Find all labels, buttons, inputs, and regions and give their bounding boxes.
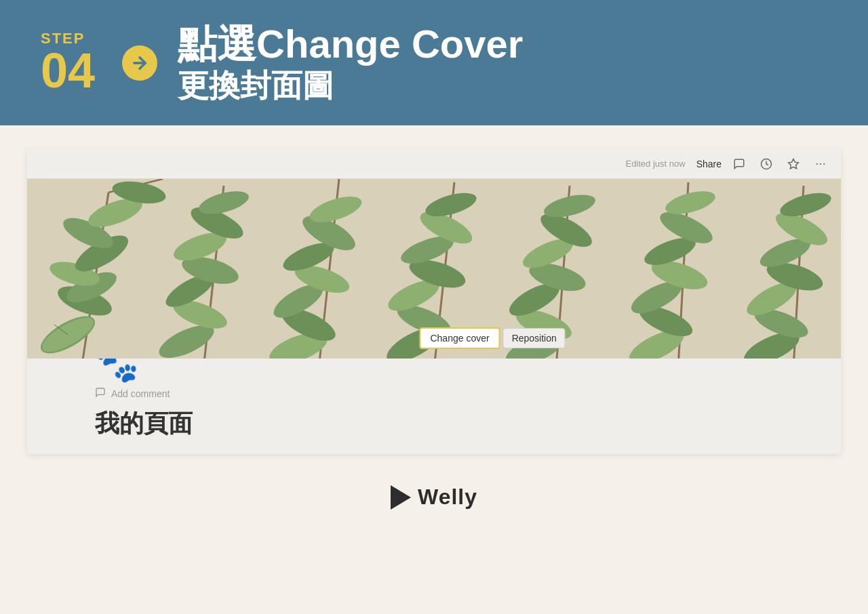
- svg-point-5: [823, 163, 825, 164]
- cover-area: Change cover Reposition: [27, 179, 841, 359]
- page-content: 🐾 Add comment 我的頁面: [27, 359, 841, 454]
- comment-toolbar-icon[interactable]: [730, 155, 749, 173]
- add-comment-icon: [95, 387, 106, 401]
- header-title-main: 點選Change Cover: [178, 22, 523, 66]
- header-text: 點選Change Cover 更換封面圖: [178, 22, 523, 102]
- welly-triangle-icon: [391, 485, 411, 510]
- star-toolbar-icon[interactable]: [784, 155, 803, 173]
- emoji-row: 🐾: [95, 367, 773, 382]
- reposition-button[interactable]: Reposition: [503, 328, 566, 348]
- step-number: 04: [41, 46, 95, 95]
- change-cover-button[interactable]: Change cover: [419, 327, 500, 349]
- step-block: STEP 04: [41, 31, 95, 95]
- add-comment-row[interactable]: Add comment: [95, 387, 773, 401]
- svg-marker-2: [789, 159, 799, 168]
- welly-logo: Welly: [391, 485, 477, 510]
- notion-toolbar: Edited just now Share: [27, 149, 841, 179]
- svg-point-3: [816, 163, 818, 164]
- header-title-sub: 更換封面圖: [178, 68, 523, 103]
- footer: Welly: [391, 485, 477, 510]
- header-banner: STEP 04 點選Change Cover 更換封面圖: [0, 0, 868, 125]
- cover-buttons-container: Change cover Reposition: [419, 327, 565, 349]
- edited-status: Edited just now: [625, 159, 685, 169]
- notion-window: Edited just now Share: [27, 149, 841, 454]
- share-button[interactable]: Share: [696, 159, 722, 169]
- brand-name: Welly: [418, 485, 477, 510]
- arrow-circle-icon: [122, 45, 157, 81]
- page-title: 我的頁面: [95, 407, 773, 441]
- history-toolbar-icon[interactable]: [757, 155, 776, 173]
- add-comment-label[interactable]: Add comment: [111, 388, 170, 399]
- main-content: Edited just now Share: [0, 125, 868, 530]
- more-toolbar-icon[interactable]: [811, 155, 830, 173]
- svg-point-4: [820, 163, 821, 164]
